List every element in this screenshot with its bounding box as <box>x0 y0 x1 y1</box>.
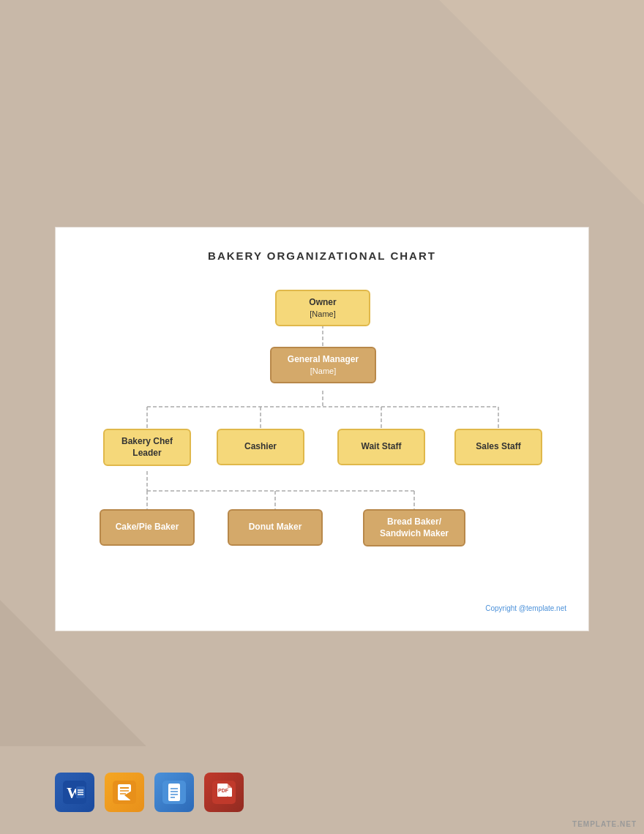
gm-node: General Manager [Name] <box>270 347 376 383</box>
gdocs-icon[interactable] <box>154 773 194 812</box>
bakery-chef-title: Bakery Chef <box>121 436 173 448</box>
word-icon[interactable]: W <box>55 773 94 812</box>
pdf-icon[interactable]: PDF <box>204 773 244 812</box>
copyright-text: Copyright <box>485 604 519 612</box>
svg-text:PDF: PDF <box>218 788 229 793</box>
owner-node: Owner [Name] <box>275 290 370 326</box>
pages-icon[interactable] <box>105 773 144 812</box>
copyright-link: @template.net <box>519 604 566 612</box>
bakery-chef-subtitle: Leader <box>121 448 173 459</box>
bread-baker-node: Bread Baker/ Sandwich Maker <box>363 509 465 546</box>
watermark: TEMPLATE.NET <box>572 820 637 828</box>
cake-baker-node: Cake/Pie Baker <box>100 509 195 546</box>
cake-baker-title: Cake/Pie Baker <box>116 522 179 533</box>
gm-title: General Manager <box>288 354 359 366</box>
svg-rect-24 <box>168 784 180 801</box>
wait-staff-node: Wait Staff <box>337 429 425 465</box>
chart-title: BAKERY ORGANIZATIONAL CHART <box>78 249 566 262</box>
toolbar: W <box>55 773 244 812</box>
cashier-title: Cashier <box>244 441 277 453</box>
copyright: Copyright @template.net <box>78 604 566 612</box>
bread-baker-subtitle: Sandwich Maker <box>380 528 449 540</box>
bread-baker-title: Bread Baker/ <box>380 516 449 528</box>
donut-maker-title: Donut Maker <box>249 522 302 533</box>
sales-staff-node: Sales Staff <box>454 429 542 465</box>
main-card: BAKERY ORGANIZATIONAL CHART <box>55 227 589 631</box>
cashier-node: Cashier <box>217 429 304 465</box>
owner-name: [Name] <box>309 309 336 319</box>
wait-staff-title: Wait Staff <box>362 441 402 453</box>
owner-title: Owner <box>309 297 336 309</box>
sales-staff-title: Sales Staff <box>476 441 520 453</box>
gm-name: [Name] <box>288 366 359 376</box>
bg-decoration-top <box>439 0 644 205</box>
bakery-chef-node: Bakery Chef Leader <box>103 429 191 466</box>
donut-maker-node: Donut Maker <box>228 509 323 546</box>
